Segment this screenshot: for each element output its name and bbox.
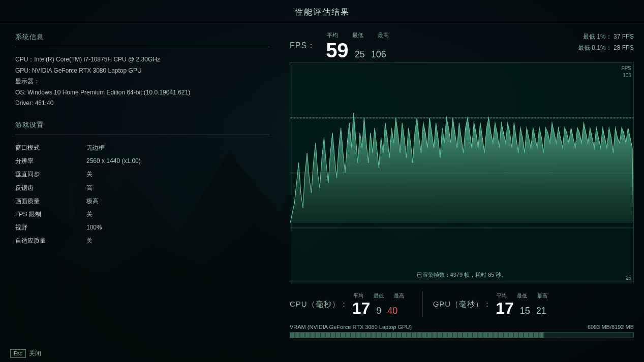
gpu-ms-section: GPU（毫秒）： 平均 最低 最高 17 15 21 (433, 292, 548, 316)
fps-secondary-stats: 最低 1%： 37 FPS 最低 0.1%： 28 FPS (578, 31, 634, 53)
fps-low01-row: 最低 0.1%： 28 FPS (578, 43, 634, 54)
fps-header: FPS： 平均 最低 最高 59 25 106 (290, 31, 634, 60)
left-panel: 系统信息 CPU：Intel(R) Core(TM) i7-10875H CPU… (0, 23, 285, 345)
perf-divider (422, 291, 423, 317)
fps-low1-label: 最低 1%： (583, 33, 612, 40)
setting-value-3: 高 (86, 182, 269, 193)
fps-max-value: 106 (371, 49, 386, 60)
vram-bar (290, 332, 634, 338)
setting-label-7: 自适应质量 (15, 235, 86, 246)
settings-grid: 窗口模式 无边框 分辨率 2560 x 1440 (x1.00) 垂直同步 关 … (15, 142, 269, 247)
setting-label-4: 画面质量 (15, 195, 86, 207)
fps-avg-value: 59 (326, 40, 349, 60)
cpu-min-value: 9 (376, 306, 381, 316)
fps-min-col-label: 最低 (352, 31, 363, 39)
divider-settings (15, 135, 269, 135)
fps-left: FPS： 平均 最低 最高 59 25 106 (290, 31, 389, 60)
game-settings-title: 游戏设置 (15, 120, 269, 129)
setting-value-5: 关 (86, 209, 269, 220)
fps-low1-row: 最低 1%： 37 FPS (578, 31, 634, 43)
gpu-avg-label: 平均 (497, 292, 507, 300)
vram-section: VRAM (NVIDIA GeForce RTX 3080 Laptop GPU… (290, 320, 634, 340)
setting-label-3: 反锯齿 (15, 182, 86, 193)
setting-value-0: 无边框 (86, 142, 269, 153)
right-panel: FPS： 平均 最低 最高 59 25 106 (285, 23, 644, 345)
cpu-max-value: 40 (387, 306, 397, 316)
fps-low01-value: 28 FPS (614, 44, 634, 51)
vram-bar-fill (290, 333, 544, 338)
fps-label: FPS： (290, 41, 316, 51)
game-settings: 游戏设置 窗口模式 无边框 分辨率 2560 x 1440 (x1.00) 垂直… (15, 120, 269, 247)
cpu-info: CPU：Intel(R) Core(TM) i7-10875H CPU @ 2.… (15, 54, 269, 65)
fps-avg-col-label: 平均 (327, 31, 338, 39)
chart-y-bottom: 25 (626, 275, 631, 281)
page-title: 性能评估结果 (0, 0, 644, 23)
setting-value-6: 100% (86, 222, 269, 233)
cpu-max-label: 最高 (394, 292, 404, 300)
fps-low1-value: 37 FPS (614, 33, 634, 40)
divider-system (15, 47, 269, 47)
gpu-ms-label: GPU（毫秒）： (433, 300, 492, 309)
content-area: 系统信息 CPU：Intel(R) Core(TM) i7-10875H CPU… (0, 23, 644, 345)
gpu-max-label: 最高 (537, 292, 547, 300)
gpu-min-value: 15 (520, 306, 530, 316)
setting-label-6: 视野 (15, 222, 86, 233)
setting-label-1: 分辨率 (15, 155, 86, 167)
vram-label: VRAM (NVIDIA GeForce RTX 3080 Laptop GPU… (290, 324, 412, 330)
gpu-info: GPU: NVIDIA GeForce RTX 3080 Laptop GPU (15, 65, 269, 77)
gpu-avg-value: 17 (496, 300, 514, 316)
setting-label-5: FPS 限制 (15, 209, 86, 220)
chart-fps-max: 106 (622, 72, 631, 79)
cpu-avg-label: 平均 (353, 292, 363, 300)
cpu-avg-value: 17 (352, 300, 371, 316)
setting-value-2: 关 (86, 169, 269, 180)
display-info: 显示器： (15, 76, 269, 87)
fps-chart-svg (290, 63, 633, 283)
setting-value-1: 2560 x 1440 (x1.00) (86, 155, 269, 167)
setting-label-0: 窗口模式 (15, 142, 86, 153)
close-label[interactable]: 关闭 (29, 349, 41, 358)
chart-annotation: 已渲染帧数：4979 帧，耗时 85 秒。 (417, 271, 507, 279)
esc-key[interactable]: Esc (10, 349, 26, 358)
system-info-title: 系统信息 (15, 32, 269, 42)
perf-stats: CPU（毫秒）： 平均 最低 最高 17 9 40 (290, 286, 634, 320)
fps-low01-label: 最低 0.1%： (578, 44, 612, 51)
setting-value-7: 关 (86, 235, 269, 246)
cpu-ms-section: CPU（毫秒）： 平均 最低 最高 17 9 40 (290, 292, 404, 316)
cpu-ms-label: CPU（毫秒）： (290, 300, 348, 309)
driver-info: Driver: 461.40 (15, 98, 269, 109)
fps-values: 平均 最低 最高 59 25 106 (326, 31, 389, 60)
fps-chart: FPS 106 25 已渲染帧数：4979 帧，耗时 85 秒。 (290, 62, 634, 283)
gpu-min-label: 最低 (517, 292, 527, 300)
setting-value-4: 极高 (86, 195, 269, 207)
chart-fps-text: FPS (622, 65, 631, 72)
main-content: 性能评估结果 系统信息 CPU：Intel(R) Core(TM) i7-108… (0, 0, 644, 362)
vram-header: VRAM (NVIDIA GeForce RTX 3080 Laptop GPU… (290, 324, 634, 330)
fps-min-value: 25 (355, 49, 365, 60)
setting-label-2: 垂直同步 (15, 169, 86, 180)
chart-fps-label: FPS 106 (622, 65, 631, 79)
fps-max-col-label: 最高 (378, 31, 389, 39)
bottom-bar: Esc 关闭 (0, 345, 644, 362)
gpu-max-value: 21 (536, 306, 546, 316)
os-info: OS: Windows 10 Home Premium Edition 64-b… (15, 87, 269, 98)
cpu-min-label: 最低 (374, 292, 384, 300)
vram-usage: 6093 MB/8192 MB (588, 324, 634, 330)
